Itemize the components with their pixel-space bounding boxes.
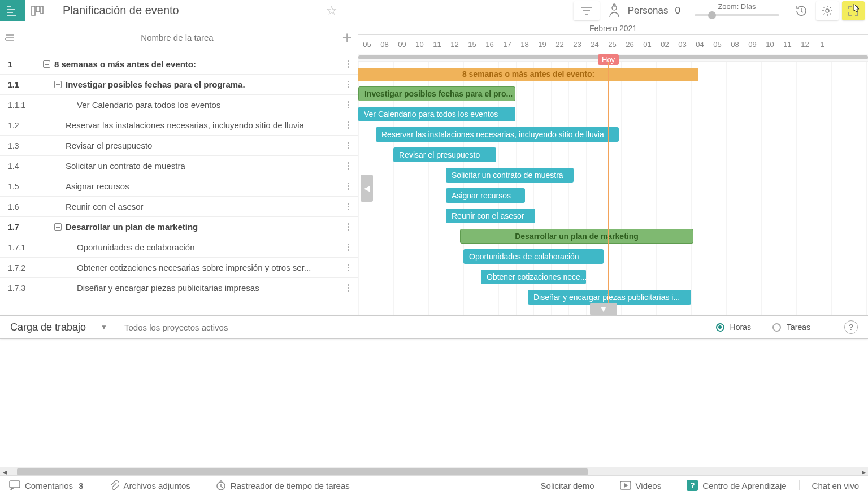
- task-name[interactable]: Obtener cotizaciones necesarias sobre im…: [77, 263, 343, 272]
- scroll-right-arrow[interactable]: ▸: [859, 467, 868, 476]
- horizontal-scrollbar[interactable]: ◂ ▸: [0, 467, 868, 476]
- people-block[interactable]: Personas 0: [607, 3, 680, 18]
- kebab-menu[interactable]: [343, 60, 358, 68]
- history-button[interactable]: [790, 1, 813, 20]
- task-name[interactable]: Asignar recursos: [66, 181, 343, 191]
- day-cell: [831, 35, 849, 54]
- kebab-menu[interactable]: [343, 244, 358, 251]
- day-cell: 05: [358, 35, 376, 54]
- day-cell: 10: [761, 35, 779, 54]
- gantt-bar[interactable]: Desarrollar un plan de marketing: [460, 229, 693, 244]
- view-board-button[interactable]: [25, 0, 50, 21]
- wbs-number: 1.1.1: [0, 101, 38, 110]
- filter-button[interactable]: [574, 1, 600, 20]
- radio-hours[interactable]: Horas: [716, 323, 751, 332]
- gantt-bar[interactable]: Obtener cotizaciones nece...: [481, 270, 586, 284]
- kebab-menu[interactable]: [343, 81, 358, 88]
- view-gantt-button[interactable]: [0, 0, 25, 21]
- task-row[interactable]: 1.1Investigar posibles fechas para el pr…: [0, 75, 358, 95]
- kebab-menu[interactable]: [343, 203, 358, 210]
- wbs-number: 1.7.1: [0, 243, 38, 252]
- add-column-button[interactable]: +: [342, 28, 352, 47]
- task-row[interactable]: 18 semanas o más antes del evento:: [0, 54, 358, 75]
- fullscreen-button[interactable]: [842, 1, 865, 20]
- kebab-menu[interactable]: [343, 183, 358, 190]
- gantt-body[interactable]: ◀ ▼ 8 semanas o más antes del evento:Inv…: [358, 62, 868, 315]
- star-icon[interactable]: ☆: [326, 3, 337, 18]
- gantt-bar[interactable]: Ver Calendario para todos los eventos: [358, 107, 515, 121]
- zoom-slider[interactable]: [695, 11, 779, 19]
- radio-tasks-label: Tareas: [787, 323, 810, 332]
- gantt-summary-bar[interactable]: 8 semanas o más antes del evento:: [358, 68, 698, 81]
- kebab-menu[interactable]: [343, 264, 358, 271]
- person-icon: [607, 3, 621, 18]
- collapse-toggle[interactable]: [38, 60, 54, 68]
- learning-center-link[interactable]: ? Centro de Aprendizaje: [687, 480, 786, 491]
- wbs-number: 1.7.2: [0, 263, 38, 272]
- task-name[interactable]: Ver Calendario para todos los eventos: [77, 100, 343, 110]
- time-tracker-button[interactable]: Rastreador de tiempo de tareas: [216, 480, 350, 490]
- task-name[interactable]: Solicitar un contrato de muestra: [66, 161, 343, 171]
- task-row[interactable]: 1.7Desarrollar un plan de marketing: [0, 217, 358, 237]
- help-icon[interactable]: ?: [844, 320, 858, 334]
- kebab-menu[interactable]: [343, 162, 358, 170]
- task-name[interactable]: Revisar el presupuesto: [66, 141, 343, 150]
- svg-rect-2: [41, 6, 43, 14]
- month-label: Febrero 2021: [358, 24, 868, 33]
- comments-button[interactable]: Comentarios 3: [9, 480, 83, 490]
- task-list-header: Nombre de la tarea +: [0, 21, 358, 54]
- task-name[interactable]: Diseñar y encargar piezas publicitarias …: [77, 283, 343, 293]
- gantt-bar[interactable]: Asignar recursos: [446, 188, 525, 203]
- attachments-button[interactable]: Archivos adjuntos: [108, 480, 190, 491]
- timeline-overview[interactable]: Hoy: [358, 54, 868, 62]
- task-row[interactable]: 1.5Asignar recursos: [0, 176, 358, 197]
- radio-tasks[interactable]: Tareas: [772, 323, 810, 332]
- workload-title: Carga de trabajo: [10, 322, 86, 333]
- kebab-menu[interactable]: [343, 121, 358, 129]
- task-name[interactable]: Investigar posibles fechas para el progr…: [66, 80, 343, 89]
- task-name[interactable]: Oportunidades de colaboración: [77, 242, 343, 252]
- task-name[interactable]: 8 semanas o más antes del evento:: [54, 59, 343, 69]
- live-chat-link[interactable]: Chat en vivo: [812, 481, 859, 490]
- videos-link[interactable]: Videos: [620, 481, 662, 490]
- day-header: 0508091011121516171819222324252601020304…: [358, 35, 868, 54]
- kebab-menu[interactable]: [343, 223, 358, 231]
- task-row[interactable]: 1.2Reservar las instalaciones necesarias…: [0, 115, 358, 136]
- task-row[interactable]: 1.4Solicitar un contrato de muestra: [0, 156, 358, 176]
- workload-projects[interactable]: Todos los proyectos activos: [124, 323, 228, 332]
- workload-caret-icon[interactable]: ▼: [101, 323, 107, 331]
- project-title-field[interactable]: Planificación de evento ☆: [58, 1, 345, 21]
- scroll-down-handle[interactable]: ▼: [590, 303, 617, 315]
- task-name[interactable]: Reunir con el asesor: [66, 202, 343, 211]
- gantt-bar[interactable]: Investigar posibles fechas para el pro..…: [358, 86, 515, 101]
- gantt-bar[interactable]: Revisar el presupuesto: [393, 147, 496, 162]
- task-row[interactable]: 1.7.3Diseñar y encargar piezas publicita…: [0, 278, 358, 298]
- task-name[interactable]: Desarrollar un plan de marketing: [66, 222, 343, 232]
- task-row[interactable]: 1.1.1Ver Calendario para todos los event…: [0, 95, 358, 115]
- scroll-thumb[interactable]: [17, 468, 588, 475]
- scroll-left-handle[interactable]: ◀: [361, 175, 373, 202]
- collapse-toggle[interactable]: [50, 81, 66, 88]
- day-cell: 25: [604, 35, 621, 54]
- zoom-control[interactable]: Zoom: Días: [694, 2, 780, 19]
- kebab-menu[interactable]: [343, 284, 358, 292]
- gantt-bar[interactable]: Reservar las instalaciones necesarias, i…: [376, 127, 619, 142]
- gantt-bar[interactable]: Solicitar un contrato de muestra: [446, 168, 574, 183]
- kebab-menu[interactable]: [343, 142, 358, 149]
- outline-toggle-icon[interactable]: [0, 21, 19, 54]
- day-cell: 26: [621, 35, 639, 54]
- scroll-left-arrow[interactable]: ◂: [0, 467, 9, 476]
- request-demo-link[interactable]: Solicitar demo: [541, 481, 594, 490]
- workload-mode-radio: Horas Tareas: [716, 323, 810, 332]
- task-row[interactable]: 1.6Reunir con el asesor: [0, 197, 358, 217]
- task-name[interactable]: Reservar las instalaciones necesarias, i…: [66, 120, 343, 130]
- kebab-menu[interactable]: [343, 101, 358, 108]
- gantt-bar[interactable]: Oportunidades de colaboración: [463, 249, 604, 264]
- svg-rect-6: [10, 481, 20, 488]
- task-row[interactable]: 1.7.2Obtener cotizaciones necesarias sob…: [0, 258, 358, 278]
- task-row[interactable]: 1.3Revisar el presupuesto: [0, 136, 358, 156]
- collapse-toggle[interactable]: [50, 223, 66, 231]
- task-row[interactable]: 1.7.1Oportunidades de colaboración: [0, 237, 358, 258]
- gantt-bar[interactable]: Reunir con el asesor: [446, 209, 535, 223]
- settings-button[interactable]: [816, 1, 839, 20]
